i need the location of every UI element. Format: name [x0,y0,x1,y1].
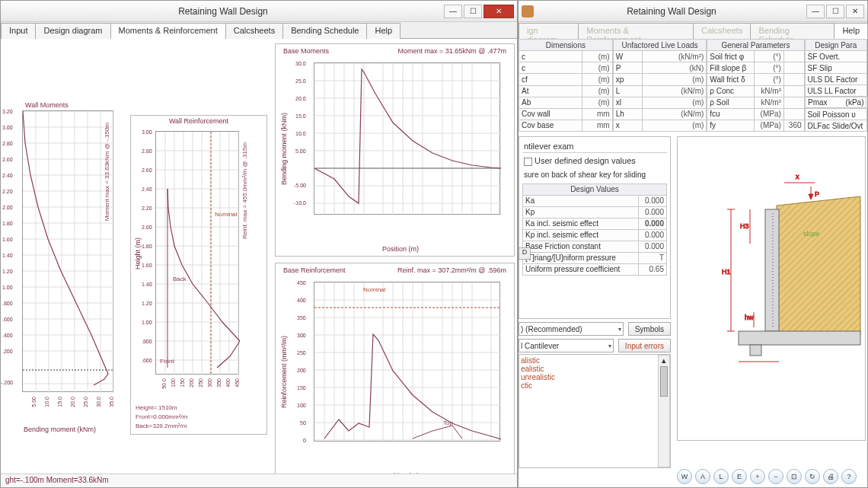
cell: (m) [642,97,707,108]
xtick: 50.0 [161,378,167,389]
cell-input[interactable] [783,74,804,85]
tab-moments-reinforcement[interactable]: Moments & Reinforcement [578,23,694,39]
cell-input[interactable] [783,85,804,97]
symbols-button[interactable]: Symbols [628,322,671,336]
tab-calcsheets[interactable]: Calcsheets [225,23,283,39]
project-name[interactable]: ntilever exam [522,140,667,153]
left-window: Retaining Wall Design — ☐ ✕ Input Design… [0,0,518,488]
cell: (MPa) [755,120,784,131]
scrollbar[interactable]: ▴ [658,355,670,467]
ytick: 250 [297,350,306,356]
cell-input[interactable] [783,62,804,74]
ytick: 1.80 [142,244,152,249]
ytick: .400 [2,333,13,338]
error-item[interactable]: ctic [521,381,669,390]
select-recommended[interactable]: ) (Recommended) [519,322,624,336]
ytick: 15.0 [295,113,306,119]
cell: Soil Poisson υ [805,109,866,120]
print-icon[interactable]: 🖨 [823,469,838,484]
minimize-button[interactable]: — [806,5,825,18]
user-defined-checkbox[interactable] [524,158,532,166]
select-cantilever[interactable]: l Cantilever [519,339,614,352]
cell: P [613,62,642,74]
left-titlebar: Retaining Wall Design — ☐ ✕ [1,1,517,22]
chart-base-moments: Base Moments Moment max = 31.65kNm @ .47… [275,43,515,257]
tab-moments-reinforcement[interactable]: Moments & Reinforcement [110,23,226,39]
ytick: 5.00 [295,148,306,154]
cell-input[interactable] [783,97,804,108]
right-window: Retaining Wall Design — ☐ ✕ ign diagram … [518,0,868,488]
xtick: 5.00 [31,397,37,407]
right-tabbar: ign diagram Moments & Reinforcement Calc… [519,22,867,39]
maximize-button[interactable]: ☐ [464,5,482,18]
cell: Cov base [519,120,582,131]
tab-input[interactable]: Input [1,23,36,39]
cell-input[interactable]: 0.65 [638,263,666,275]
chart-annotation: Reinf. max = 455.0mm²/m @ .315m [241,142,248,239]
ytick: 1.00 [2,285,13,290]
a-icon[interactable]: A [695,469,710,484]
left-tabbar: Input Design diagram Moments & Reinforce… [1,22,517,39]
maximize-button[interactable]: ☐ [826,5,844,18]
cell-input[interactable] [783,108,804,120]
zoom-out-icon[interactable]: − [768,469,783,484]
svg-rect-103 [739,331,860,345]
cell-input[interactable]: 360 [783,120,804,131]
close-button[interactable]: ✕ [846,5,864,18]
info-front: Front=0.000mm²/m [136,413,187,420]
chart-wall-reinforcement: Wall Reinforcement Reinf. max = 455.0mm²… [130,115,267,435]
tab-calcsheets[interactable]: Calcsheets [693,23,751,39]
cell: fy [707,120,755,131]
tab-help[interactable]: Help [366,23,400,39]
ytick: 2.20 [142,206,152,211]
minimize-button[interactable]: — [444,5,462,18]
error-item[interactable]: ealistic [521,365,669,373]
close-button[interactable]: ✕ [483,5,514,18]
cell: ULS LL Factor [805,85,866,97]
error-item[interactable]: alistic [521,356,669,365]
w-icon[interactable]: W [677,469,692,484]
xtick: 25.0 [83,397,88,407]
help-icon[interactable]: ? [841,469,857,484]
cell-input[interactable]: 0.000 [638,195,666,206]
cell: Ab [519,97,582,108]
refresh-icon[interactable]: ↻ [805,469,820,484]
cell: SF Overt. [805,51,866,62]
chart-title: Wall Reinforcement [131,116,266,126]
fit-icon[interactable]: ⊡ [787,469,802,484]
tab-bending-schedule[interactable]: Bending Schedule [750,23,834,39]
cell: W [613,51,642,62]
ytick: 100 [297,403,306,408]
ytick: -.200 [1,380,13,385]
svg-rect-102 [765,209,779,331]
cell-input[interactable]: 0.000 [638,241,666,252]
left-title: Retaining Wall Design [4,6,442,17]
e-icon[interactable]: E [732,469,747,484]
cell-input[interactable] [783,51,804,62]
cell-input[interactable]: 0.000 [638,206,666,218]
ytick: 2.40 [2,173,13,178]
tab-bending-schedule[interactable]: Bending Schedule [282,23,367,39]
xtick: 35.0 [109,397,114,407]
table-design-para: Design Para SF Overt. SF Slip ULS DL Fac… [805,39,867,132]
xtick: 15.0 [57,397,62,407]
zoom-in-icon[interactable]: + [750,469,765,484]
ytick: 350 [297,315,306,321]
tab-help[interactable]: Help [834,23,868,39]
chart-title: Base Reinforcement [283,266,346,274]
cell: (m) [582,74,612,85]
tab-design-diagram[interactable]: ign diagram [519,23,579,39]
table-dimensions: Dimensions c(m) c(m) cf(m) At(m) Ab(m) C… [519,39,613,132]
wall-diagram: slope H1 H3 x P hw [678,137,866,442]
form-panel: ntilever exam User defined design values… [519,136,671,319]
cell: Lh [613,108,642,120]
cell-input[interactable]: 0.000 [638,229,666,241]
cell-input[interactable]: T [638,252,666,263]
cell-input[interactable]: 0.000 [638,218,666,229]
l-icon[interactable]: L [713,469,729,484]
input-errors-button[interactable]: Input errors [618,339,671,352]
tab-design-diagram[interactable]: Design diagram [35,23,110,39]
error-item[interactable]: unrealistic [521,373,669,381]
ytick: 10.0 [295,131,306,136]
error-list[interactable]: alistic ealistic unrealistic ctic ▴ [519,354,671,468]
